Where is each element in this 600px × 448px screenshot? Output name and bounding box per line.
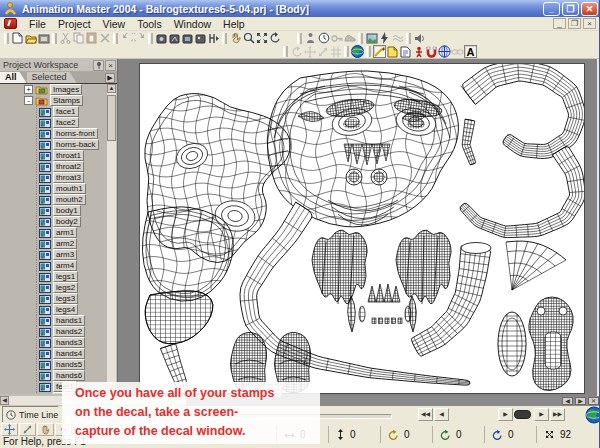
scale2-icon[interactable] (316, 45, 329, 58)
tree-item-legs2[interactable]: legs2 (0, 282, 107, 293)
tree-item-hands3[interactable]: hands3 (0, 337, 107, 348)
tree-item-mouth2[interactable]: mouth2 (0, 194, 107, 205)
redo-icon[interactable] (133, 32, 146, 45)
tree-item-legs3[interactable]: legs3 (0, 293, 107, 304)
cut-icon[interactable] (59, 32, 72, 45)
image-icon[interactable] (365, 32, 378, 45)
globecross-icon[interactable] (438, 45, 451, 58)
tab-scroll-icon[interactable]: ▶ (105, 73, 115, 83)
redbone-icon[interactable] (412, 45, 425, 58)
lib-action-icon[interactable] (168, 32, 181, 45)
tree-item-Stamps[interactable]: -Stamps (0, 95, 107, 106)
tree-item-Images[interactable]: +Images (0, 84, 107, 95)
tree-item-throat3[interactable]: throat3 (0, 172, 107, 183)
zoom-icon[interactable] (242, 32, 255, 45)
menu-view[interactable]: View (97, 17, 132, 31)
prev-key-button[interactable]: ◀◀ (418, 408, 433, 421)
tab-selected[interactable]: Selected (27, 72, 77, 83)
bolt-icon[interactable] (378, 32, 391, 45)
menu-window[interactable]: Window (168, 17, 217, 31)
open-icon[interactable] (24, 32, 37, 45)
drawline-icon[interactable] (373, 45, 386, 58)
grid2-icon[interactable] (329, 45, 342, 58)
clock-icon[interactable] (317, 32, 330, 45)
scroll-up-icon[interactable]: ▲ (107, 84, 116, 93)
scroll-thumb[interactable] (107, 95, 116, 141)
tree-toggle-icon[interactable]: - (24, 96, 33, 105)
timeline-tab[interactable]: Time Line (2, 406, 64, 422)
next-frame-button[interactable]: ▶ (534, 408, 549, 421)
wave-icon[interactable] (391, 32, 404, 45)
undo-icon[interactable] (120, 32, 133, 45)
prev-frame-button[interactable]: ◀ (434, 408, 449, 421)
tree-item-throat2[interactable]: throat2 (0, 161, 107, 172)
tree-item-horns-back[interactable]: horns-back (0, 139, 107, 150)
loop-button[interactable] (514, 410, 531, 419)
next-key-button[interactable]: ▶▶ (550, 408, 565, 421)
tl-hand-button[interactable] (37, 423, 54, 436)
tree-item-arm2[interactable]: arm2 (0, 238, 107, 249)
turn-icon[interactable] (268, 32, 281, 45)
new-icon[interactable] (11, 32, 24, 45)
timeline-next-icon[interactable]: ▶ (575, 397, 586, 405)
menu-help[interactable]: Help (217, 17, 251, 31)
move2-icon[interactable] (303, 45, 316, 58)
paste-icon[interactable] (85, 32, 98, 45)
docyellow-icon[interactable] (386, 45, 399, 58)
tree-item-arm3[interactable]: arm3 (0, 249, 107, 260)
timeline-close-icon[interactable]: ✕ (588, 397, 599, 405)
tree-item-hands4[interactable]: hands4 (0, 348, 107, 359)
mdi-restore-button[interactable]: ❐ (568, 18, 581, 29)
tree-item-arm4[interactable]: arm4 (0, 260, 107, 271)
tl-move-button[interactable] (1, 423, 18, 436)
tree-item-face1[interactable]: face1 (0, 106, 107, 117)
tree-item-arm1[interactable]: arm1 (0, 227, 107, 238)
tree-item-hands2[interactable]: hands2 (0, 326, 107, 337)
tree-scrollbar[interactable]: ▲ ▼ (107, 84, 116, 394)
tree-item-horns-front[interactable]: horns-front (0, 128, 107, 139)
lib-model-icon[interactable] (155, 32, 168, 45)
embed-icon[interactable] (37, 32, 50, 45)
mdi-close-button[interactable]: × (583, 18, 596, 29)
am-logo-icon[interactable] (4, 18, 17, 29)
panel-close-icon[interactable]: × (105, 60, 116, 71)
delete-icon[interactable] (98, 32, 111, 45)
tree-item-legs4[interactable]: legs4 (0, 304, 107, 315)
tree-item-throat1[interactable]: throat1 (0, 150, 107, 161)
tree-item-face2[interactable]: face2 (0, 117, 107, 128)
timeline-prev-icon[interactable]: ◀ (562, 397, 573, 405)
docedit-icon[interactable] (399, 45, 412, 58)
decal-view[interactable] (140, 64, 584, 393)
copy-icon[interactable] (72, 32, 85, 45)
lib-material-icon[interactable] (181, 32, 194, 45)
menu-file[interactable]: File (23, 17, 52, 31)
pin-icon[interactable] (93, 60, 104, 71)
tree-item-mouth1[interactable]: mouth1 (0, 183, 107, 194)
restore-button[interactable]: ❐ (562, 2, 579, 16)
bones-icon[interactable] (207, 32, 220, 45)
speaker-icon[interactable] (413, 32, 426, 45)
menu-project[interactable]: Project (52, 17, 97, 31)
play-button[interactable]: ▶ (498, 408, 513, 421)
tree-item-hands5[interactable]: hands5 (0, 359, 107, 370)
scroll-left-icon[interactable]: ◀ (0, 396, 9, 405)
key-icon[interactable] (330, 32, 343, 45)
tl-scale-button[interactable] (19, 423, 36, 436)
shoe-icon[interactable] (343, 32, 356, 45)
fontA-icon[interactable]: A (464, 45, 477, 58)
stamp-icon[interactable] (304, 32, 317, 45)
tree-toggle-icon[interactable]: + (24, 85, 33, 94)
menu-tools[interactable]: Tools (131, 17, 168, 31)
mdi-minimize-button[interactable]: _ (553, 18, 566, 29)
tree-item-legs1[interactable]: legs1 (0, 271, 107, 282)
tree-item-body1[interactable]: body1 (0, 205, 107, 216)
tree-item-hands1[interactable]: hands1 (0, 315, 107, 326)
tree-item-body2[interactable]: body2 (0, 216, 107, 227)
turn2-icon[interactable] (290, 45, 303, 58)
fit-icon[interactable] (255, 32, 268, 45)
globe-icon[interactable] (351, 45, 364, 58)
lib-image-icon[interactable] (194, 32, 207, 45)
tab-all[interactable]: All (0, 72, 27, 83)
tree-item-hands6[interactable]: hands6 (0, 370, 107, 381)
magnet-icon[interactable] (425, 45, 438, 58)
